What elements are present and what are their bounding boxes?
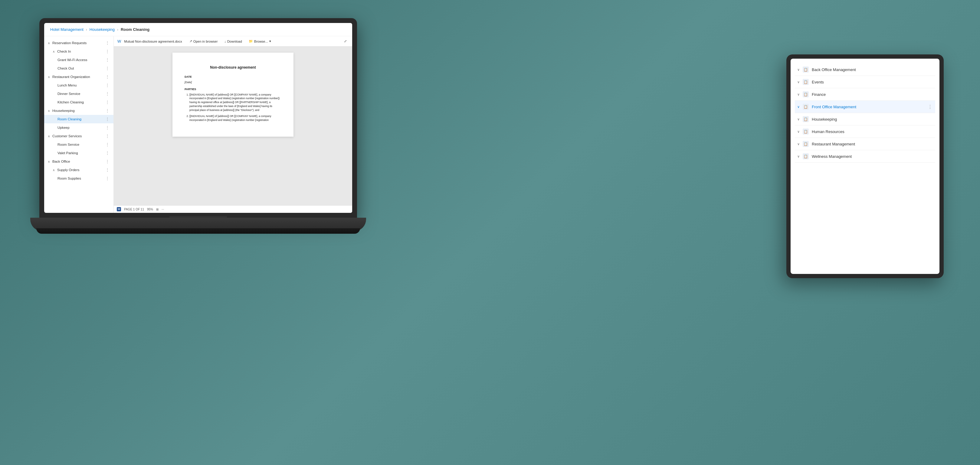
doc-content[interactable]: Non-disclosure agreement DATE [Date] PAR…	[114, 46, 352, 205]
expand-button[interactable]: ⤢	[342, 39, 348, 44]
sidebar-item-room-supplies[interactable]: Room Supplies ⋮	[44, 174, 113, 183]
sidebar-item-back-office[interactable]: ∧ Back Office ⋮	[44, 157, 113, 166]
sidebar-label-supply: Supply Orders	[57, 168, 80, 172]
breadcrumb-room-cleaning: Room Cleaning	[121, 27, 150, 32]
tablet-icon-2: 📋	[803, 91, 809, 97]
breadcrumb-hotel-mgmt[interactable]: Hotel Management	[50, 27, 84, 32]
tablet-chevron-7: ∨	[797, 154, 800, 159]
tablet-nav-left-6: ∨ 📋 Restaurant Management	[797, 141, 855, 147]
sidebar-label-checkout: Check Out	[57, 67, 74, 70]
doc-parties-label: PARTIES	[185, 87, 282, 92]
sidebar-item-lunch-menu[interactable]: Lunch Menu ⋮	[44, 81, 113, 89]
download-label: Download	[227, 40, 242, 43]
sidebar-item-room-service[interactable]: Room Service ⋮	[44, 140, 113, 149]
sidebar-label-lunch: Lunch Menu	[57, 83, 76, 87]
tablet-nav-housekeeping[interactable]: ∨ 📋 Housekeeping	[795, 113, 935, 125]
sidebar-item-customer-services[interactable]: ∧ Customer Services ⋮	[44, 132, 113, 140]
tablet-label-2: Finance	[812, 92, 826, 97]
tablet-chevron-4: ∨	[797, 117, 800, 121]
chevron-icon-so: ∧	[52, 168, 55, 172]
sidebar-item-dinner-service[interactable]: Dinner Service ⋮	[44, 89, 113, 98]
sidebar-dots-7[interactable]: ⋮	[105, 100, 110, 105]
sidebar-dots-1[interactable]: ⋮	[105, 49, 110, 54]
open-in-browser-button[interactable]: ↗ Open in browser	[188, 39, 220, 44]
tablet-nav-restaurant[interactable]: ∨ 📋 Restaurant Management	[795, 138, 935, 150]
sidebar-label-valet: Valet Parking	[57, 151, 78, 155]
tablet-label-3: Front Office Management	[812, 105, 856, 109]
sidebar-dots-9[interactable]: ⋮	[105, 117, 110, 122]
tablet-nav-dots-3[interactable]: ⋮	[928, 104, 933, 110]
sidebar-dots-11[interactable]: ⋮	[105, 133, 110, 138]
sidebar-label-upkeep: Upkeep	[57, 126, 70, 129]
sidebar-item-upkeep[interactable]: Upkeep ⋮	[44, 123, 113, 132]
browse-icon: 📁	[249, 39, 253, 43]
tablet-nav-front-office[interactable]: ∨ 📋 Front Office Management ⋮	[795, 101, 935, 113]
laptop: Hotel Management › Housekeeping › Room C…	[39, 18, 357, 239]
doc-parties-list: [[INDIVIDUAL NAME] of [address]] OR [[CO…	[185, 93, 282, 122]
tablet-nav-left-4: ∨ 📋 Housekeeping	[797, 116, 837, 122]
breadcrumb-housekeeping[interactable]: Housekeeping	[89, 27, 115, 32]
sidebar-label-back-office: Back Office	[52, 160, 70, 163]
doc-more-icon: ···	[162, 208, 164, 211]
open-icon: ↗	[189, 39, 192, 43]
sidebar-item-reservation-requests[interactable]: ∧ Reservation Requests ⋮	[44, 39, 113, 47]
scene: Hotel Management › Housekeeping › Room C…	[0, 0, 980, 465]
browse-button[interactable]: 📁 Browse... ▾	[247, 39, 273, 44]
sidebar-label-room-cleaning: Room Cleaning	[57, 117, 81, 121]
doc-zoom: 95%	[147, 208, 153, 211]
doc-bottom-bar: W PAGE 1 OF 11 95% ⊞ ···	[114, 205, 352, 213]
sidebar-dots-3[interactable]: ⋮	[105, 66, 110, 71]
sidebar-label-wifi: Grant Wi-Fi Access	[57, 58, 87, 62]
tablet-label-5: Human Resources	[812, 129, 845, 134]
doc-party-2: [[INDIVIDUAL NAME] of [address]] OR [[CO…	[189, 114, 282, 122]
tablet-chevron-6: ∨	[797, 142, 800, 146]
sidebar-item-check-out[interactable]: Check Out ⋮	[44, 64, 113, 73]
tablet-icon-6: 📋	[803, 141, 809, 147]
tablet-nav-back-office[interactable]: ∨ 📋 Back Office Management	[795, 63, 935, 76]
sidebar-item-supply-orders[interactable]: ∧ Supply Orders ⋮	[44, 166, 113, 174]
sidebar-dots-6[interactable]: ⋮	[105, 91, 110, 96]
sidebar-dots-15[interactable]: ⋮	[105, 168, 110, 172]
sidebar-label-restaurant: Restaurant Organization	[52, 75, 90, 79]
chevron-icon-bo: ∧	[48, 160, 50, 163]
sidebar-item-housekeeping[interactable]: ∧ Housekeeping ⋮	[44, 106, 113, 115]
sidebar-label-kitchen: Kitchen Cleaning	[57, 100, 84, 104]
breadcrumb: Hotel Management › Housekeeping › Room C…	[44, 23, 352, 36]
tablet-nav-left-1: ∨ 📋 Events	[797, 79, 824, 85]
sidebar-dots-13[interactable]: ⋮	[105, 151, 110, 156]
doc-date-label: DATE	[185, 75, 282, 79]
sidebar-dots-16[interactable]: ⋮	[105, 176, 110, 181]
download-icon: ↓	[224, 40, 226, 43]
sidebar-item-check-in[interactable]: ∧ Check In ⋮	[44, 47, 113, 56]
tablet-label-6: Restaurant Management	[812, 142, 855, 146]
tablet-nav-human-resources[interactable]: ∨ 📋 Human Resources	[795, 125, 935, 138]
tablet-chevron-2: ∨	[797, 92, 800, 97]
tablet-nav-left-3: ∨ 📋 Front Office Management	[797, 104, 856, 110]
sidebar-dots-14[interactable]: ⋮	[105, 159, 110, 164]
tablet-nav-events[interactable]: ∨ 📋 Events	[795, 76, 935, 88]
doc-party-1: [[INDIVIDUAL NAME] of [address]] OR [[CO…	[189, 93, 282, 112]
sidebar-item-kitchen-cleaning[interactable]: Kitchen Cleaning ⋮	[44, 98, 113, 106]
tablet-nav-finance[interactable]: ∨ 📋 Finance	[795, 88, 935, 101]
sidebar-dots-10[interactable]: ⋮	[105, 125, 110, 130]
sidebar: ∧ Reservation Requests ⋮ ∧ Check In ⋮	[44, 36, 114, 213]
sidebar-item-valet[interactable]: Valet Parking ⋮	[44, 149, 113, 157]
sidebar-label-dinner: Dinner Service	[57, 92, 80, 95]
sidebar-item-restaurant-org[interactable]: ∧ Restaurant Organization ⋮	[44, 73, 113, 81]
download-button[interactable]: ↓ Download	[223, 39, 243, 44]
sidebar-dots-0[interactable]: ⋮	[105, 41, 110, 45]
sidebar-dots-2[interactable]: ⋮	[105, 57, 110, 62]
sidebar-item-room-cleaning[interactable]: Room Cleaning ⋮	[44, 115, 113, 123]
doc-area: W Mutual Non-disclosure agreement.docx ↗…	[114, 36, 352, 213]
sidebar-dots-8[interactable]: ⋮	[105, 108, 110, 113]
tablet-nav-wellness[interactable]: ∨ 📋 Wellness Management	[795, 150, 935, 163]
sidebar-dots-5[interactable]: ⋮	[105, 83, 110, 88]
sidebar-dots-4[interactable]: ⋮	[105, 75, 110, 79]
chevron-icon-ro: ∧	[48, 75, 50, 79]
doc-page: Non-disclosure agreement DATE [Date] PAR…	[172, 52, 293, 136]
tablet-chevron-1: ∨	[797, 80, 800, 84]
sidebar-dots-12[interactable]: ⋮	[105, 142, 110, 147]
tablet-label-7: Wellness Management	[812, 154, 852, 159]
sidebar-item-grant-wifi[interactable]: Grant Wi-Fi Access ⋮	[44, 56, 113, 64]
doc-title: Non-disclosure agreement	[185, 65, 282, 70]
